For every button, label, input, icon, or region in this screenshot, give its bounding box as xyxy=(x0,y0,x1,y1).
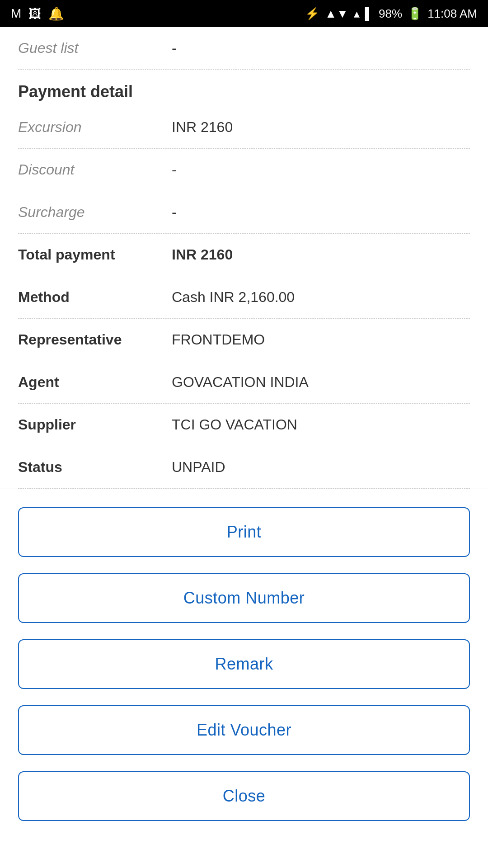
status-value: UNPAID xyxy=(172,459,225,476)
guest-list-row: Guest list - xyxy=(18,27,470,70)
representative-label: Representative xyxy=(18,331,172,348)
representative-value: FRONTDEMO xyxy=(172,331,265,348)
buttons-section: Print Custom Number Remark Edit Voucher … xyxy=(0,489,488,839)
surcharge-label: Surcharge xyxy=(18,204,172,221)
status-row: Status UNPAID xyxy=(18,446,470,489)
wifi-icon: ▴ xyxy=(354,7,360,21)
time: 11:08 AM xyxy=(427,7,477,21)
supplier-row: Supplier TCI GO VACATION xyxy=(18,404,470,446)
payment-detail-header: Payment detail xyxy=(18,70,470,106)
signal-icon: ▲▼ xyxy=(325,7,348,21)
agent-row: Agent GOVACATION INDIA xyxy=(18,361,470,404)
excursion-row: Excursion INR 2160 xyxy=(18,106,470,149)
status-bar-left: M 🖼 🔔 xyxy=(11,6,64,21)
print-button[interactable]: Print xyxy=(18,507,470,557)
excursion-value: INR 2160 xyxy=(172,119,233,136)
method-value: Cash INR 2,160.00 xyxy=(172,289,295,306)
total-payment-row: Total payment INR 2160 xyxy=(18,234,470,276)
status-label: Status xyxy=(18,459,172,476)
custom-number-button[interactable]: Custom Number xyxy=(18,573,470,623)
main-content: Guest list - Payment detail Excursion IN… xyxy=(0,27,488,489)
discount-label: Discount xyxy=(18,161,172,178)
total-payment-label: Total payment xyxy=(18,246,172,263)
cellular-icon: ▌ xyxy=(365,7,373,21)
method-label: Method xyxy=(18,289,172,306)
surcharge-row: Surcharge - xyxy=(18,191,470,234)
bluetooth-icon: ⚡ xyxy=(305,7,319,21)
total-payment-value: INR 2160 xyxy=(172,246,233,263)
guest-list-value: - xyxy=(172,40,177,57)
supplier-label: Supplier xyxy=(18,416,172,433)
battery-percent: 98% xyxy=(379,7,402,21)
method-row: Method Cash INR 2,160.00 xyxy=(18,276,470,319)
discount-row: Discount - xyxy=(18,149,470,191)
supplier-value: TCI GO VACATION xyxy=(172,416,297,433)
surcharge-value: - xyxy=(172,204,177,221)
discount-value: - xyxy=(172,161,177,178)
agent-value: GOVACATION INDIA xyxy=(172,374,309,391)
remark-button[interactable]: Remark xyxy=(18,639,470,689)
guest-list-label: Guest list xyxy=(18,40,172,57)
status-bar: M 🖼 🔔 ⚡ ▲▼ ▴ ▌ 98% 🔋 11:08 AM xyxy=(0,0,488,27)
agent-label: Agent xyxy=(18,374,172,391)
status-bar-right: ⚡ ▲▼ ▴ ▌ 98% 🔋 11:08 AM xyxy=(305,7,477,21)
excursion-label: Excursion xyxy=(18,119,172,136)
edit-voucher-button[interactable]: Edit Voucher xyxy=(18,705,470,755)
payment-detail-title: Payment detail xyxy=(18,82,133,101)
battery-icon: 🔋 xyxy=(408,7,422,21)
close-button[interactable]: Close xyxy=(18,771,470,821)
gmail-icon: M xyxy=(11,6,21,21)
alert-icon: 🔔 xyxy=(48,6,64,21)
image-icon: 🖼 xyxy=(28,6,41,21)
representative-row: Representative FRONTDEMO xyxy=(18,319,470,361)
